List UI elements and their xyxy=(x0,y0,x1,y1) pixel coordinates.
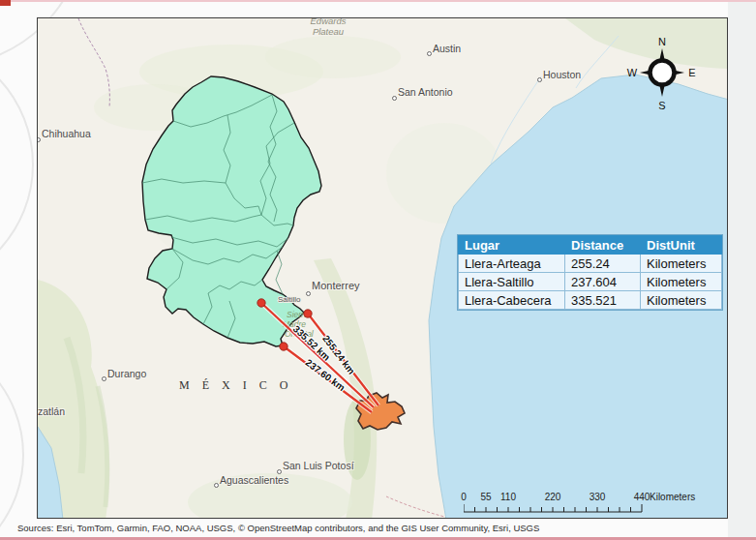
scale-tick-label: 110 xyxy=(500,492,516,502)
scale-tick-label: 55 xyxy=(480,492,491,502)
compass-south-label: S xyxy=(658,100,665,111)
table-cell: 237.604 xyxy=(565,273,641,291)
slide-background: Sierra Madre Oriental Saltillo xyxy=(0,0,756,540)
city-label-mazatlan-cutoff: zatlán xyxy=(38,405,65,417)
scale-bar: 0 55 110 220 330 440 Kilometers xyxy=(456,492,722,519)
city-label-durango: Durango xyxy=(107,368,146,379)
distance-table: Lugar Distance DistUnit Llera-Arteaga 25… xyxy=(458,235,722,310)
table-cell: Kilometers xyxy=(641,255,722,273)
scale-bar-ticks xyxy=(464,504,648,514)
saltillo-label: Saltillo xyxy=(278,295,301,304)
table-header-lugar: Lugar xyxy=(459,236,565,255)
edwards-plateau-label: Edwards Plateau xyxy=(297,17,359,37)
endpoint-dot xyxy=(304,310,312,317)
city-label-monterrey: Monterrey xyxy=(312,280,360,291)
mexico-label: M É X I C O xyxy=(179,378,292,393)
city-dot-monterrey xyxy=(306,291,311,296)
table-row: Llera-Arteaga 255.24 Kilometers xyxy=(459,255,722,273)
endpoint-dot xyxy=(280,343,287,350)
watermark-circle xyxy=(0,39,34,290)
table-cell: 335.521 xyxy=(565,291,641,310)
scale-tick-label: 220 xyxy=(545,492,561,502)
table-cell: 255.24 xyxy=(565,255,641,273)
city-label-aguascalientes: Aguascalientes xyxy=(220,474,288,486)
compass-north-label: N xyxy=(658,36,666,47)
map-frame: Sierra Madre Oriental Saltillo xyxy=(37,17,728,519)
city-dot-san-antonio xyxy=(392,96,397,101)
slide-right-margin xyxy=(728,0,756,540)
table-row: Llera-Saltillo 237.604 Kilometers xyxy=(459,273,722,291)
watermark-circle xyxy=(0,334,24,540)
table-header-distunit: DistUnit xyxy=(641,236,722,255)
table-header-distance: Distance xyxy=(565,236,641,255)
compass-ring xyxy=(650,61,675,85)
compass-east-label: E xyxy=(688,67,695,78)
compass-west-label: W xyxy=(627,67,638,78)
table-cell: Llera-Cabecera xyxy=(459,291,565,310)
slide-corner-logo-mark xyxy=(0,0,11,6)
city-dot-austin xyxy=(427,51,432,56)
endpoint-dot xyxy=(257,299,265,307)
table-cell: Llera-Arteaga xyxy=(459,255,565,273)
city-label-austin: Austin xyxy=(433,43,461,54)
table-cell: Kilometers xyxy=(641,273,722,291)
city-label-houston: Houston xyxy=(543,69,581,80)
city-label-san-luis-potosi: San Luis Potosí xyxy=(283,460,354,471)
city-dot-houston xyxy=(537,77,542,82)
city-label-san-antonio: San Antonio xyxy=(398,86,453,98)
compass-rose: N S W E xyxy=(625,34,699,111)
scale-tick-label: 440 xyxy=(634,492,650,502)
city-dot-aguascalientes xyxy=(214,483,219,488)
table-header-row: Lugar Distance DistUnit xyxy=(459,236,722,255)
table-cell: Llera-Saltillo xyxy=(459,273,565,291)
attribution-text: Sources: Esri, TomTom, Garmin, FAO, NOAA… xyxy=(17,523,539,533)
table-row: Llera-Cabecera 335.521 Kilometers xyxy=(459,291,722,310)
scale-tick-label: 330 xyxy=(590,492,606,502)
city-dot-durango xyxy=(102,376,106,381)
table-cell: Kilometers xyxy=(641,291,722,310)
slide-top-accent-line xyxy=(0,0,756,2)
city-label-chihuahua: Chihuahua xyxy=(42,128,91,139)
scale-unit-label: Kilometers xyxy=(650,492,695,502)
scale-tick-label: 0 xyxy=(461,492,467,502)
